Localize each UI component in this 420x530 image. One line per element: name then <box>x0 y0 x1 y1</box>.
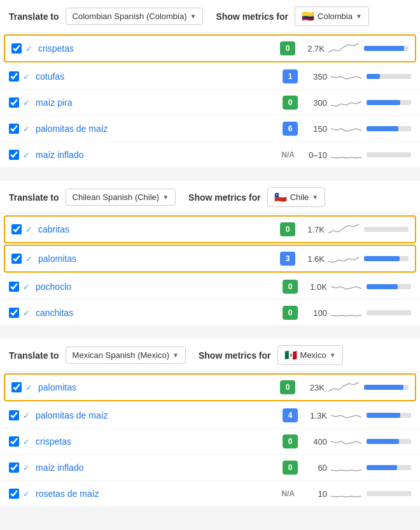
metrics-dropdown[interactable]: 🇨🇱 Chile ▼ <box>267 187 326 207</box>
bar-cell <box>367 310 411 315</box>
table-row: ✓ cabritas 0 1.7K <box>4 215 416 243</box>
badge: 0 <box>283 280 298 294</box>
keyword-label[interactable]: crispetas <box>38 43 276 54</box>
row-checkbox[interactable] <box>11 254 22 264</box>
row-checkbox[interactable] <box>9 71 19 82</box>
table-row: ✓ maíz inflado N/A 0–10 <box>0 142 420 168</box>
sparkline-chart <box>331 486 363 501</box>
keyword-label[interactable]: cabritas <box>38 224 276 234</box>
row-checkbox[interactable] <box>9 97 19 108</box>
translate-label: Translate to <box>9 192 59 203</box>
keyword-label[interactable]: maíz inflado <box>36 462 279 473</box>
table-row: ✓ palomitas 0 23K <box>4 373 416 401</box>
check-icon: ✓ <box>23 124 32 134</box>
check-icon: ✓ <box>25 254 34 264</box>
volume-value: 350 <box>302 72 327 82</box>
sparkline-chart <box>328 251 360 266</box>
table-row: ✓ maíz inflado 0 60 <box>0 455 420 481</box>
keyword-label[interactable]: crispetas <box>36 436 279 447</box>
table-row: ✓ maíz pira 0 300 <box>0 90 420 116</box>
keyword-label[interactable]: pochoclo <box>36 282 279 292</box>
row-checkbox[interactable] <box>11 382 22 392</box>
chevron-down-icon: ▼ <box>172 352 179 359</box>
table-row: ✓ crispetas 0 2.7K <box>4 34 416 62</box>
sparkline-chart <box>328 380 360 395</box>
chevron-down-icon: ▼ <box>162 194 169 201</box>
sparkline-chart <box>331 460 363 475</box>
sparkline-chart <box>331 279 363 294</box>
row-checkbox[interactable] <box>9 308 19 318</box>
row-checkbox[interactable] <box>9 150 19 160</box>
bar-cell <box>364 46 409 51</box>
sparkline-chart <box>331 434 363 449</box>
translate-label: Translate to <box>9 350 59 361</box>
row-checkbox[interactable] <box>9 410 19 420</box>
section-header: Translate to Mexican Spanish (Mexico) ▼ … <box>0 339 420 372</box>
table-row: ✓ rosetas de maíz N/A 10 <box>0 481 420 507</box>
metrics-dropdown[interactable]: 🇨🇴 Colombia ▼ <box>295 6 369 26</box>
table-row: ✓ pochoclo 0 1.0K <box>0 274 420 300</box>
chevron-down-icon: ▼ <box>190 13 197 20</box>
bar-cell <box>364 227 409 232</box>
table-row: ✓ palomitas de maíz 4 1.3K <box>0 403 420 429</box>
volume-value: 150 <box>302 124 327 134</box>
check-icon: ✓ <box>23 437 32 447</box>
keyword-label[interactable]: palomitas de maíz <box>36 124 279 134</box>
keyword-label[interactable]: palomitas <box>38 254 276 264</box>
row-checkbox[interactable] <box>9 489 19 499</box>
row-checkbox[interactable] <box>11 43 22 54</box>
bar-cell <box>367 491 411 496</box>
badge: 4 <box>283 408 298 422</box>
language-section: Translate to Mexican Spanish (Mexico) ▼ … <box>0 339 420 507</box>
keyword-label[interactable]: cotufas <box>36 71 279 82</box>
translate-dropdown[interactable]: Mexican Spanish (Mexico) ▼ <box>66 347 186 364</box>
chevron-down-icon: ▼ <box>356 13 362 20</box>
keyword-label[interactable]: maíz pira <box>36 97 279 108</box>
sparkline-chart <box>328 41 360 56</box>
badge: 0 <box>283 434 298 448</box>
row-checkbox[interactable] <box>9 282 19 292</box>
bar-cell <box>367 465 411 470</box>
section-header: Translate to Colombian Spanish (Colombia… <box>0 0 420 33</box>
keyword-label[interactable]: palomitas <box>38 382 276 392</box>
bar-cell <box>364 256 409 261</box>
bar-cell <box>367 152 411 157</box>
translate-label: Translate to <box>9 11 59 22</box>
bar-cell <box>367 413 411 418</box>
keyword-label[interactable]: palomitas de maíz <box>36 410 279 420</box>
volume-value: 100 <box>302 308 327 318</box>
keyword-label[interactable]: maíz inflado <box>36 150 274 160</box>
badge: N/A <box>278 487 298 501</box>
keyword-label[interactable]: canchitas <box>36 308 279 318</box>
volume-value: 1.0K <box>302 282 327 292</box>
check-icon: ✓ <box>23 98 32 108</box>
volume-value: 0–10 <box>302 150 327 160</box>
badge: 0 <box>283 96 298 110</box>
row-checkbox[interactable] <box>9 124 19 134</box>
check-icon: ✓ <box>25 44 34 54</box>
translate-dropdown[interactable]: Colombian Spanish (Colombia) ▼ <box>66 8 204 25</box>
chevron-down-icon: ▼ <box>312 194 318 201</box>
sparkline-chart <box>331 147 363 162</box>
check-icon: ✓ <box>23 282 32 292</box>
section-header: Translate to Chilean Spanish (Chile) ▼ S… <box>0 181 420 214</box>
metrics-label: Show metrics for <box>199 350 271 361</box>
language-section: Translate to Chilean Spanish (Chile) ▼ S… <box>0 181 420 326</box>
metrics-dropdown[interactable]: 🇲🇽 Mexico ▼ <box>277 345 343 365</box>
check-icon: ✓ <box>23 411 32 420</box>
metrics-label: Show metrics for <box>216 11 288 22</box>
badge: 1 <box>283 69 298 83</box>
keyword-label[interactable]: rosetas de maíz <box>36 489 274 499</box>
badge: 0 <box>283 306 298 320</box>
table-row: ✓ canchitas 0 100 <box>0 300 420 326</box>
flag-icon: 🇲🇽 <box>284 349 297 361</box>
volume-value: 400 <box>302 437 327 447</box>
badge: N/A <box>278 148 298 162</box>
sparkline-chart <box>331 408 363 423</box>
badge: 0 <box>283 461 298 475</box>
check-icon: ✓ <box>23 489 32 499</box>
row-checkbox[interactable] <box>9 436 19 447</box>
row-checkbox[interactable] <box>11 224 22 234</box>
translate-dropdown[interactable]: Chilean Spanish (Chile) ▼ <box>66 189 176 206</box>
row-checkbox[interactable] <box>9 462 19 473</box>
